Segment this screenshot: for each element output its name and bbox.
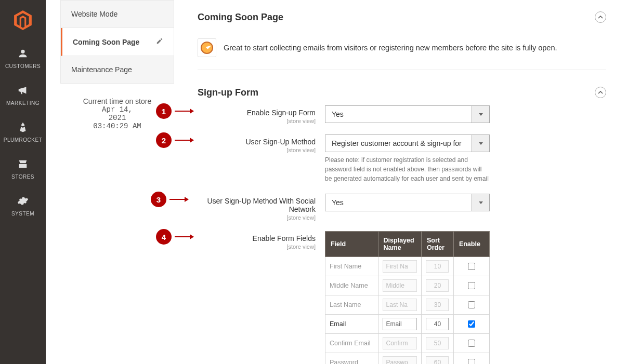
table-row: First Name [325,257,490,276]
cell-enable [453,257,489,276]
cell-field: Password [325,353,378,365]
caret-down-icon [472,105,490,123]
th-name: Displayed Name [378,232,421,257]
enable-checkbox[interactable] [468,359,475,364]
table-row: Confirm Email [325,334,490,353]
field-label: User Sign-Up Method With Social Network … [198,194,325,221]
section-coming-soon-head[interactable]: Coming Soon Page [198,4,606,30]
person-icon [0,48,46,60]
field-label: Enable Sign-up Form [store view] [198,105,325,124]
config-sidebar: Website Mode Coming Soon Page Maintenanc… [46,0,182,364]
section-intro: Great to start collecting emails from vi… [198,38,606,57]
sort-order-input[interactable] [426,318,449,330]
nav-label: SYSTEM [11,211,34,217]
annotation-number: 4 [156,229,172,245]
sort-order-input[interactable] [426,279,449,292]
nav-stores[interactable]: STORES [0,150,46,187]
enable-checkbox[interactable] [468,320,475,328]
nav-label: PLUMROCKET [4,137,42,143]
cell-sort [421,257,453,276]
signup-method-select[interactable]: Register customer account & sign-up for [325,134,490,152]
sort-order-input[interactable] [426,260,449,273]
main-content: Coming Soon Page Great to start collecti… [182,0,627,364]
scope-label: [store view] [198,214,316,221]
field-note: Please note: if customer registration is… [325,155,490,183]
th-sort: Sort Order [421,232,453,257]
annotation-number: 1 [156,103,172,119]
nav-customers[interactable]: CUSTOMERS [0,39,46,76]
select-value: Yes [325,105,472,123]
tab-maintenance[interactable]: Maintenance Page [61,56,174,83]
displayed-name-input[interactable] [383,318,417,330]
enable-checkbox[interactable] [468,282,475,289]
app-root: CUSTOMERS MARKETING PLUMROCKET STORES SY… [0,0,627,364]
signup-social-select[interactable]: Yes [325,194,490,211]
clock-value: Apr 14, 2021 03:40:29 AM [66,105,169,130]
nav-label: MARKETING [6,100,40,106]
tab-label: Maintenance Page [71,65,132,74]
annotation-number: 3 [151,192,166,207]
sort-order-input[interactable] [426,337,449,349]
magento-logo[interactable] [14,10,32,30]
rocket-icon [0,122,46,134]
nav-label: STORES [11,174,34,180]
sort-order-input[interactable] [426,356,449,364]
tab-website-mode[interactable]: Website Mode [61,1,174,28]
cell-displayed-name [378,353,421,365]
nav-marketing[interactable]: MARKETING [0,76,46,113]
enable-checkbox[interactable] [468,301,475,308]
th-enable: Enable [453,232,489,257]
displayed-name-input[interactable] [383,260,417,273]
cell-enable [453,276,489,295]
section-signup-head[interactable]: Sign-up Form [198,79,606,105]
row-enable-signup: 1 Enable Sign-up Form [store view] Yes [198,105,606,124]
caret-down-icon [472,134,490,152]
cell-sort [421,295,453,315]
displayed-name-input[interactable] [383,356,417,364]
megaphone-icon [0,85,46,97]
scope-label: [store view] [198,244,316,250]
cell-enable [453,334,489,353]
tab-coming-soon[interactable]: Coming Soon Page [61,28,174,56]
clock-label: Current time on store [66,97,169,105]
table-row: Middle Name [325,276,490,295]
displayed-name-input[interactable] [383,299,417,311]
admin-nav: CUSTOMERS MARKETING PLUMROCKET STORES SY… [0,0,46,364]
gear-icon [0,195,46,208]
row-signup-social: 3 User Sign-Up Method With Social Networ… [198,194,606,221]
enable-checkbox[interactable] [468,263,475,270]
enable-signup-select[interactable]: Yes [325,105,490,123]
displayed-name-input[interactable] [383,279,417,292]
cell-field: First Name [325,257,378,276]
chevron-up-icon[interactable] [595,87,606,98]
select-value: Yes [325,194,472,211]
clock-badge-icon [198,38,216,57]
table-row: Email [325,315,490,334]
nav-plumrocket[interactable]: PLUMROCKET [0,113,46,150]
cell-sort [421,276,453,295]
section-title: Sign-up Form [198,87,258,98]
chevron-up-icon[interactable] [595,11,606,23]
tab-label: Coming Soon Page [73,38,139,46]
cell-displayed-name [378,334,421,353]
row-form-fields: 4 Enable Form Fields [store view] Field … [198,231,606,364]
cell-displayed-name [378,257,421,276]
cell-field: Email [325,315,378,334]
form-fields-table: Field Displayed Name Sort Order Enable F… [325,231,490,364]
sort-order-input[interactable] [426,299,449,311]
cell-field: Confirm Email [325,334,378,353]
enable-checkbox[interactable] [468,340,475,347]
scope-label: [store view] [198,118,316,124]
cell-displayed-name [378,276,421,295]
row-signup-method: 2 User Sign-Up Method [store view] Regis… [198,134,606,183]
annotation-2: 2 [156,132,193,148]
stores-icon [0,158,46,171]
signup-form-config: 1 Enable Sign-up Form [store view] Yes 2… [198,105,606,364]
cell-displayed-name [378,315,421,334]
nav-system[interactable]: SYSTEM [0,187,46,224]
divider [198,70,606,70]
scope-label: [store view] [198,147,316,153]
annotation-3: 3 [151,192,188,207]
displayed-name-input[interactable] [383,337,417,349]
cell-sort [421,334,453,353]
